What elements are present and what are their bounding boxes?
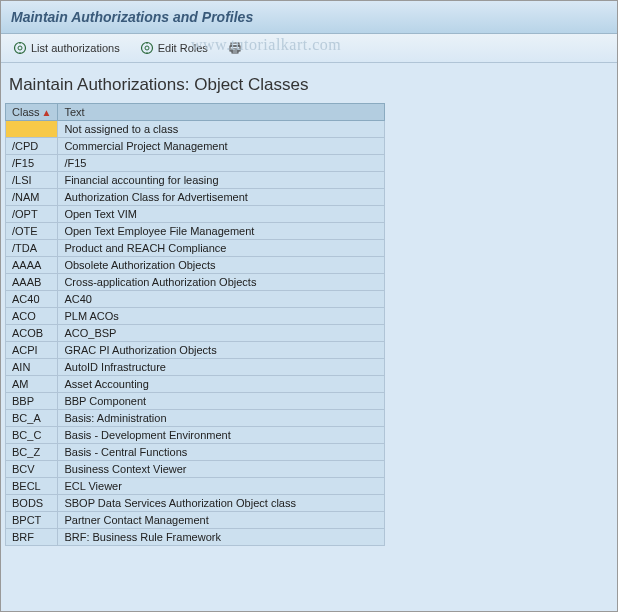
cell-text[interactable]: Commercial Project Management xyxy=(58,138,385,155)
page-subtitle: Maintain Authorizations: Object Classes xyxy=(5,69,613,103)
table-row[interactable]: BODSSBOP Data Services Authorization Obj… xyxy=(6,495,385,512)
cell-text[interactable]: Not assigned to a class xyxy=(58,121,385,138)
cell-text[interactable]: SBOP Data Services Authorization Object … xyxy=(58,495,385,512)
window-title: Maintain Authorizations and Profiles xyxy=(11,9,253,25)
column-header-text[interactable]: Text xyxy=(58,104,385,121)
cell-class[interactable]: BODS xyxy=(6,495,58,512)
svg-point-5 xyxy=(145,46,149,50)
table-row[interactable]: BC_CBasis - Development Environment xyxy=(6,427,385,444)
cell-text[interactable]: Basis - Development Environment xyxy=(58,427,385,444)
cell-class[interactable]: AM xyxy=(6,376,58,393)
cell-class[interactable]: AIN xyxy=(6,359,58,376)
table-row[interactable]: BBPBBP Component xyxy=(6,393,385,410)
cell-text[interactable]: ECL Viewer xyxy=(58,478,385,495)
title-bar: Maintain Authorizations and Profiles xyxy=(1,1,617,34)
cell-text[interactable]: Asset Accounting xyxy=(58,376,385,393)
cell-text[interactable]: /F15 xyxy=(58,155,385,172)
table-row[interactable]: AC40AC40 xyxy=(6,291,385,308)
cell-class[interactable]: BRF xyxy=(6,529,58,546)
cell-text[interactable]: GRAC PI Authorization Objects xyxy=(58,342,385,359)
cell-text[interactable]: Financial accounting for leasing xyxy=(58,172,385,189)
cell-text[interactable]: PLM ACOs xyxy=(58,308,385,325)
cell-class[interactable]: /F15 xyxy=(6,155,58,172)
cell-text[interactable]: Authorization Class for Advertisement xyxy=(58,189,385,206)
cell-text[interactable]: AC40 xyxy=(58,291,385,308)
table-row[interactable]: Not assigned to a class xyxy=(6,121,385,138)
cell-class[interactable]: BC_C xyxy=(6,427,58,444)
table-row[interactable]: /F15/F15 xyxy=(6,155,385,172)
cell-class[interactable]: BECL xyxy=(6,478,58,495)
toolbar: List authorizations Edit Roles www.tutor… xyxy=(1,34,617,63)
execute-icon xyxy=(140,41,154,55)
cell-class[interactable]: /OTE xyxy=(6,223,58,240)
cell-text[interactable]: BBP Component xyxy=(58,393,385,410)
cell-text[interactable]: Basis - Central Functions xyxy=(58,444,385,461)
cell-text[interactable]: Open Text VIM xyxy=(58,206,385,223)
cell-class[interactable]: /OPT xyxy=(6,206,58,223)
table-row[interactable]: /OPTOpen Text VIM xyxy=(6,206,385,223)
object-classes-table[interactable]: Class▲ Text Not assigned to a class/CPDC… xyxy=(5,103,385,546)
cell-text[interactable]: Product and REACH Compliance xyxy=(58,240,385,257)
list-authorizations-button[interactable]: List authorizations xyxy=(7,38,126,58)
edit-roles-button[interactable]: Edit Roles xyxy=(134,38,214,58)
cell-text[interactable]: Open Text Employee File Management xyxy=(58,223,385,240)
cell-text[interactable]: Cross-application Authorization Objects xyxy=(58,274,385,291)
table-row[interactable]: BECLECL Viewer xyxy=(6,478,385,495)
cell-text[interactable]: Business Context Viewer xyxy=(58,461,385,478)
toolbar-label: List authorizations xyxy=(31,42,120,54)
table-row[interactable]: BPCTPartner Contact Management xyxy=(6,512,385,529)
table-row[interactable]: AAAAObsolete Authorization Objects xyxy=(6,257,385,274)
table-row[interactable]: ACOBACO_BSP xyxy=(6,325,385,342)
svg-point-0 xyxy=(15,43,26,54)
print-button[interactable] xyxy=(222,38,248,58)
cell-class[interactable]: ACPI xyxy=(6,342,58,359)
toolbar-label: Edit Roles xyxy=(158,42,208,54)
content-area: Maintain Authorizations: Object Classes … xyxy=(1,63,617,611)
app-window: Maintain Authorizations and Profiles Lis… xyxy=(0,0,618,612)
column-header-class[interactable]: Class▲ xyxy=(6,104,58,121)
cell-class[interactable]: AAAB xyxy=(6,274,58,291)
table-row[interactable]: AMAsset Accounting xyxy=(6,376,385,393)
cell-class[interactable]: AC40 xyxy=(6,291,58,308)
table-row[interactable]: /OTEOpen Text Employee File Management xyxy=(6,223,385,240)
cell-text[interactable]: Partner Contact Management xyxy=(58,512,385,529)
cell-class[interactable] xyxy=(6,121,58,138)
table-row[interactable]: AINAutoID Infrastructure xyxy=(6,359,385,376)
table-row[interactable]: /TDAProduct and REACH Compliance xyxy=(6,240,385,257)
svg-point-1 xyxy=(18,46,22,50)
table-row[interactable]: ACOPLM ACOs xyxy=(6,308,385,325)
table-row[interactable]: /NAMAuthorization Class for Advertisemen… xyxy=(6,189,385,206)
table-row[interactable]: BRFBRF: Business Rule Framework xyxy=(6,529,385,546)
cell-text[interactable]: Basis: Administration xyxy=(58,410,385,427)
cell-text[interactable]: BRF: Business Rule Framework xyxy=(58,529,385,546)
table-row[interactable]: BC_ABasis: Administration xyxy=(6,410,385,427)
table-row[interactable]: /LSIFinancial accounting for leasing xyxy=(6,172,385,189)
cell-text[interactable]: AutoID Infrastructure xyxy=(58,359,385,376)
table-body: Not assigned to a class/CPDCommercial Pr… xyxy=(6,121,385,546)
cell-class[interactable]: /NAM xyxy=(6,189,58,206)
cell-class[interactable]: /CPD xyxy=(6,138,58,155)
cell-class[interactable]: BC_A xyxy=(6,410,58,427)
execute-icon xyxy=(13,41,27,55)
cell-class[interactable]: /LSI xyxy=(6,172,58,189)
table-row[interactable]: BC_ZBasis - Central Functions xyxy=(6,444,385,461)
sort-ascending-icon: ▲ xyxy=(42,107,52,118)
cell-text[interactable]: ACO_BSP xyxy=(58,325,385,342)
cell-class[interactable]: BCV xyxy=(6,461,58,478)
cell-class[interactable]: ACO xyxy=(6,308,58,325)
print-icon xyxy=(228,41,242,55)
cell-class[interactable]: BBP xyxy=(6,393,58,410)
cell-class[interactable]: /TDA xyxy=(6,240,58,257)
cell-text[interactable]: Obsolete Authorization Objects xyxy=(58,257,385,274)
table-row[interactable]: ACPIGRAC PI Authorization Objects xyxy=(6,342,385,359)
cell-class[interactable]: BC_Z xyxy=(6,444,58,461)
table-row[interactable]: BCVBusiness Context Viewer xyxy=(6,461,385,478)
cell-class[interactable]: AAAA xyxy=(6,257,58,274)
cell-class[interactable]: BPCT xyxy=(6,512,58,529)
table-row[interactable]: AAABCross-application Authorization Obje… xyxy=(6,274,385,291)
cell-class[interactable]: ACOB xyxy=(6,325,58,342)
table-header-row: Class▲ Text xyxy=(6,104,385,121)
svg-point-4 xyxy=(141,43,152,54)
table-row[interactable]: /CPDCommercial Project Management xyxy=(6,138,385,155)
